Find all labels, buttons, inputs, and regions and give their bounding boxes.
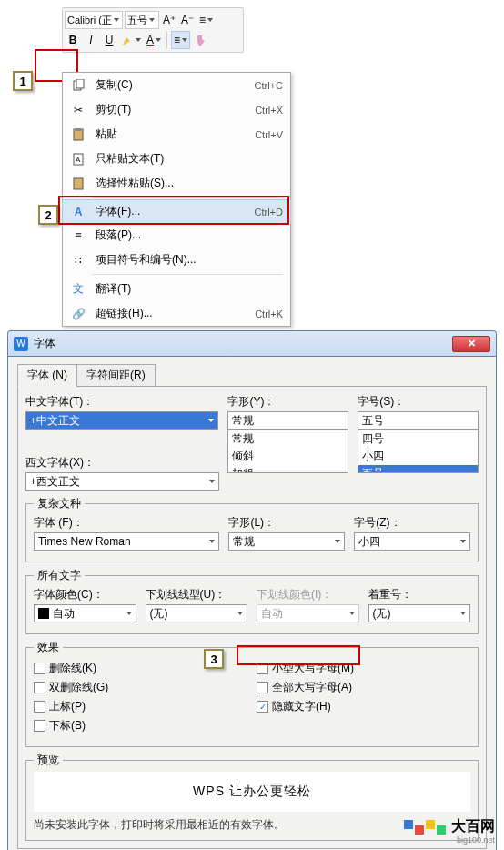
increase-font-button[interactable]: A⁺ — [161, 11, 177, 29]
italic-button[interactable]: I — [83, 31, 99, 49]
font-name-dropdown[interactable]: Calibri (正 — [65, 11, 123, 29]
font-size-dropdown[interactable]: 五号 — [125, 11, 159, 29]
highlight-button[interactable] — [119, 31, 143, 49]
bold-button[interactable]: B — [65, 31, 81, 49]
font-color-button[interactable]: A — [145, 31, 163, 49]
underline-button[interactable]: U — [101, 31, 117, 49]
formatting-toolbar: Calibri (正 五号 A⁺ A⁻ ≡ B I U A ≡ — [62, 7, 244, 53]
format-painter-button[interactable] — [192, 31, 208, 49]
decrease-font-button[interactable]: A⁻ — [179, 11, 196, 29]
align-button[interactable]: ≡ — [171, 31, 190, 49]
highlight-box-1 — [35, 49, 78, 60]
line-spacing-button[interactable]: ≡ — [197, 11, 215, 29]
